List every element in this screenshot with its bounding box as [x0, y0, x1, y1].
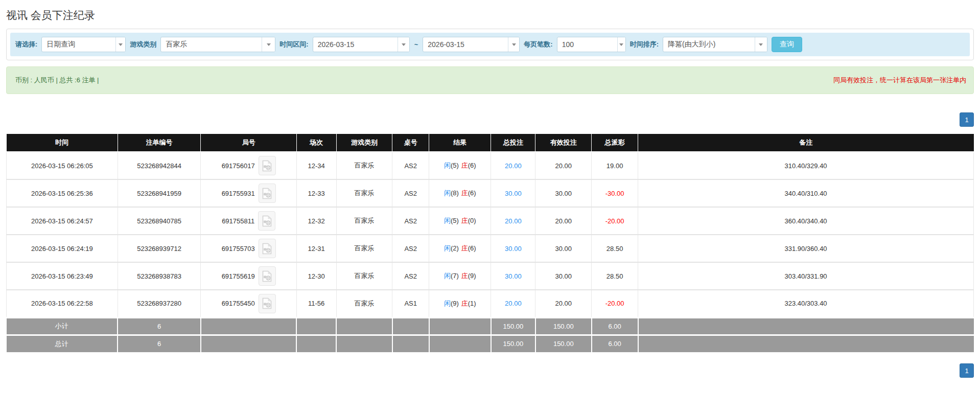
session: 12-33	[296, 179, 336, 207]
page-size-label: 每页笔数:	[524, 40, 552, 49]
total-bet-link[interactable]: 30.00	[505, 245, 522, 253]
date-to-select[interactable]	[423, 37, 520, 52]
order-number: 523268939712	[118, 235, 201, 262]
total-bet-cell: 30.00	[491, 262, 535, 290]
total-bet-link[interactable]: 30.00	[505, 272, 522, 280]
bet-records-table: 时间 注单编号 局号 场次 游戏类别 桌号 结果 总投注 有效投注 总派彩 备注…	[6, 134, 974, 352]
table-number: AS2	[392, 207, 429, 235]
page-1-button[interactable]: 1	[960, 363, 974, 378]
valid-bet-notice: 同局有效投注，统一计算在该局第一张注单内	[833, 76, 966, 85]
game-category: 百家乐	[336, 235, 392, 262]
order-number: 523268942844	[118, 152, 201, 179]
table-number: AS2	[392, 262, 429, 290]
query-type-select[interactable]	[41, 37, 126, 52]
total-bet-link[interactable]: 20.00	[505, 217, 522, 225]
total-bet-link[interactable]: 20.00	[505, 162, 522, 170]
player-label: 闲	[444, 217, 451, 224]
page-1-button[interactable]: 1	[960, 112, 974, 127]
player-label: 闲	[444, 162, 451, 169]
query-type-dropdown-arrow[interactable]	[115, 37, 125, 52]
query-type-label: 请选择:	[15, 40, 37, 49]
valid-bet: 30.00	[535, 179, 592, 207]
video-file-icon	[262, 297, 272, 309]
date-from-value[interactable]	[313, 37, 398, 52]
date-from-select[interactable]	[313, 37, 410, 52]
result-cell: 闲(8)庄(6)	[429, 179, 491, 207]
video-file-icon	[262, 215, 272, 227]
game-category: 百家乐	[336, 179, 392, 207]
game-category-select[interactable]	[160, 37, 275, 52]
video-file-icon	[262, 188, 272, 199]
remark: 331.90/360.40	[638, 235, 974, 262]
date-from-dropdown-arrow[interactable]	[398, 37, 409, 52]
player-label: 闲	[444, 300, 451, 307]
game-category: 百家乐	[336, 207, 392, 235]
game-category-dropdown-arrow[interactable]	[262, 37, 275, 52]
round-number: 691755811	[222, 217, 254, 225]
game-category-value[interactable]	[161, 37, 261, 52]
session: 12-32	[296, 207, 336, 235]
banker-points: (9)	[468, 272, 476, 280]
result-cell: 闲(5)庄(0)	[429, 207, 491, 235]
bet-time: 2026-03-15 06:26:05	[7, 152, 118, 179]
round-number-cell: 691756017	[201, 152, 296, 179]
table-row: 2026-03-15 06:23:49 523268938783 6917556…	[7, 262, 974, 290]
table-row: 2026-03-15 06:24:19 523268939712 6917557…	[7, 235, 974, 262]
round-number-cell: 691755931	[201, 179, 296, 207]
page-size-dropdown-arrow[interactable]	[617, 37, 625, 52]
video-replay-button[interactable]	[259, 266, 276, 286]
banker-points: (1)	[468, 300, 476, 307]
result-cell: 闲(9)庄(1)	[429, 290, 491, 317]
grand-total-count: 6	[118, 335, 201, 352]
summary-info-bar: 币别 : 人民币 | 总共 :6 注单 | 同局有效投注，统一计算在该局第一张注…	[6, 66, 974, 94]
video-replay-button[interactable]	[259, 156, 276, 175]
payout: -20.00	[592, 290, 638, 317]
time-sort-label: 时间排序:	[630, 40, 659, 49]
currency-total-text: 币别 : 人民币 | 总共 :6 注单 |	[15, 76, 99, 85]
header-order-number: 注单编号	[118, 134, 201, 152]
grand-total-total-bet: 150.00	[491, 335, 535, 352]
banker-label: 庄	[461, 272, 468, 280]
time-sort-select[interactable]	[663, 37, 767, 52]
date-to-dropdown-arrow[interactable]	[508, 37, 519, 52]
round-number: 691755703	[222, 245, 255, 253]
time-range-label: 时间区间:	[279, 40, 308, 49]
video-replay-button[interactable]	[259, 239, 276, 258]
player-points: (5)	[451, 217, 459, 224]
time-sort-value[interactable]	[663, 37, 755, 52]
round-number: 691755931	[222, 190, 255, 197]
table-row: 2026-03-15 06:25:36 523268941959 6917559…	[7, 179, 974, 207]
total-bet-cell: 30.00	[491, 235, 535, 262]
table-header: 时间 注单编号 局号 场次 游戏类别 桌号 结果 总投注 有效投注 总派彩 备注	[7, 134, 974, 152]
video-replay-button[interactable]	[258, 211, 275, 231]
remark: 323.40/303.40	[638, 290, 974, 317]
subtotal-row: 小计 6 150.00 150.00 6.00	[7, 317, 974, 335]
header-game-category: 游戏类别	[336, 134, 392, 152]
page-size-value[interactable]	[557, 37, 618, 52]
search-button[interactable]: 查询	[772, 37, 802, 52]
total-bet-cell: 30.00	[491, 179, 535, 207]
video-replay-button[interactable]	[259, 294, 276, 313]
subtotal-valid-bet: 150.00	[535, 317, 592, 335]
video-file-icon	[262, 243, 272, 255]
payout: 28.50	[592, 235, 638, 262]
total-bet-link[interactable]: 20.00	[505, 300, 522, 307]
player-label: 闲	[444, 189, 451, 197]
date-to-value[interactable]	[423, 37, 508, 52]
query-type-value[interactable]	[42, 37, 115, 52]
page-size-select[interactable]	[557, 37, 626, 52]
time-sort-dropdown-arrow[interactable]	[755, 37, 767, 52]
game-category: 百家乐	[336, 290, 392, 317]
header-result: 结果	[429, 134, 491, 152]
video-replay-button[interactable]	[259, 183, 276, 203]
remark: 310.40/329.40	[638, 152, 974, 179]
table-number: AS2	[392, 152, 429, 179]
total-bet-link[interactable]: 30.00	[505, 190, 522, 197]
banker-label: 庄	[461, 217, 468, 224]
player-points: (2)	[451, 244, 459, 252]
player-points: (9)	[451, 300, 459, 307]
grand-total-payout: 6.00	[592, 335, 638, 352]
subtotal-total-bet: 150.00	[491, 317, 535, 335]
session: 12-30	[296, 262, 336, 290]
banker-label: 庄	[461, 162, 468, 169]
